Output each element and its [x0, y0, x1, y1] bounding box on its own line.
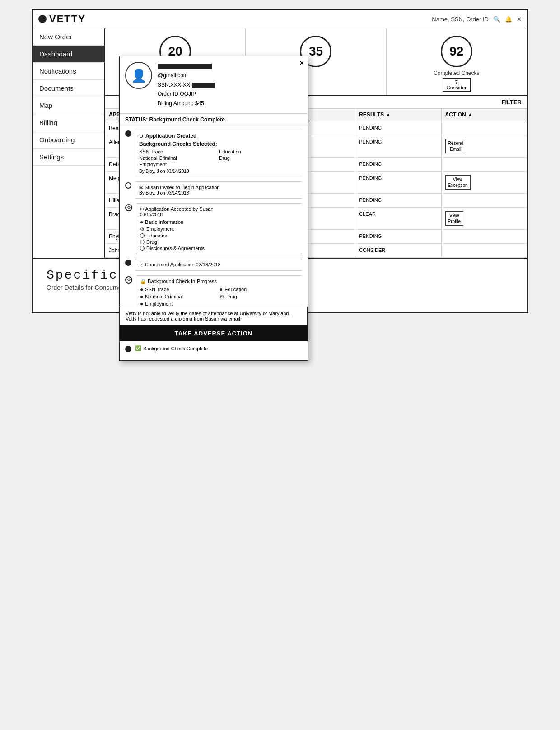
final-item-text: Background Check Complete	[143, 346, 208, 351]
timeline-dot-hollow	[125, 182, 131, 189]
timeline-dot-filled	[125, 130, 131, 137]
popup-email: @gmail.com	[158, 71, 215, 80]
timeline-dot-gear-2: ⚙	[125, 276, 132, 284]
popup-modal: 👤 @gmail.com SSN:XXX-XX- Order ID:OOJIP …	[119, 56, 308, 361]
logo-area: VETTY	[38, 13, 86, 25]
timeline-dot-complete	[125, 346, 131, 352]
logo-text: VETTY	[49, 13, 86, 25]
popup-overlay: 👤 @gmail.com SSN:XXX-XX- Order ID:OOJIP …	[110, 56, 527, 258]
sidebar-item-notifications[interactable]: Notifications	[33, 63, 104, 80]
avatar: 👤	[125, 62, 152, 89]
close-icon[interactable]: ✕	[517, 16, 522, 23]
timeline-item-completed-app: ☑ Completed Application 03/18/2018	[125, 259, 302, 271]
popup-timeline: ⊕ Application Created Background Checks …	[120, 126, 308, 307]
popup-close-button[interactable]: ×	[300, 59, 304, 67]
sidebar: New Order Dashboard Notifications Docume…	[33, 28, 105, 258]
sidebar-item-documents[interactable]: Documents	[33, 80, 104, 97]
content-area: 20 In Progress 35 92 Completed Checks 7C…	[105, 28, 527, 258]
sidebar-item-map[interactable]: Map	[33, 97, 104, 114]
sidebar-item-settings[interactable]: Settings	[33, 149, 104, 166]
sidebar-item-billing[interactable]: Billing	[33, 114, 104, 131]
main-area: New Order Dashboard Notifications Docume…	[33, 28, 527, 258]
timeline-item-invited: ✉ Susan Invited to Begin Application By …	[125, 181, 302, 199]
timeline-item-created: ⊕ Application Created Background Checks …	[125, 130, 302, 177]
popup-billing: Billing Amount: $45	[158, 99, 215, 108]
header: VETTY Name, SSN, Order ID 🔍 🔔 ✕	[33, 10, 527, 28]
popup-order-id: Order ID:OOJIP	[158, 89, 215, 98]
timeline-item-complete: ✅ Background Check Complete	[120, 341, 308, 356]
timeline-item-accepted: ⚙ ✉ Application Accepted by Susan 03/15/…	[125, 203, 302, 254]
search-icon[interactable]: 🔍	[493, 16, 500, 23]
sidebar-item-dashboard[interactable]: Dashboard	[33, 46, 104, 63]
timeline-dot-filled-2	[125, 260, 131, 266]
search-area[interactable]: Name, SSN, Order ID 🔍 🔔 ✕	[432, 16, 522, 23]
bell-icon[interactable]: 🔔	[505, 16, 512, 23]
popup-header: 👤 @gmail.com SSN:XXX-XX- Order ID:OOJIP …	[120, 56, 308, 114]
timeline-item-inprogress: ⚙ 🔒 Background Check In-Progress ● SSN T…	[125, 275, 302, 307]
adverse-action-button[interactable]: TAKE ADVERSE ACTION	[120, 325, 308, 341]
warning-text: Vetty is not able to verify the dates of…	[120, 307, 308, 325]
popup-info: @gmail.com SSN:XXX-XX- Order ID:OOJIP Bi…	[158, 62, 215, 108]
sidebar-item-new-order[interactable]: New Order	[33, 28, 104, 46]
search-placeholder-text: Name, SSN, Order ID	[432, 16, 489, 23]
sidebar-item-onboarding[interactable]: Onboarding	[33, 131, 104, 149]
logo-dot-icon	[38, 15, 47, 23]
popup-status: STATUS: Background Check Complete	[120, 114, 308, 126]
timeline-dot-gear: ⚙	[125, 204, 132, 211]
